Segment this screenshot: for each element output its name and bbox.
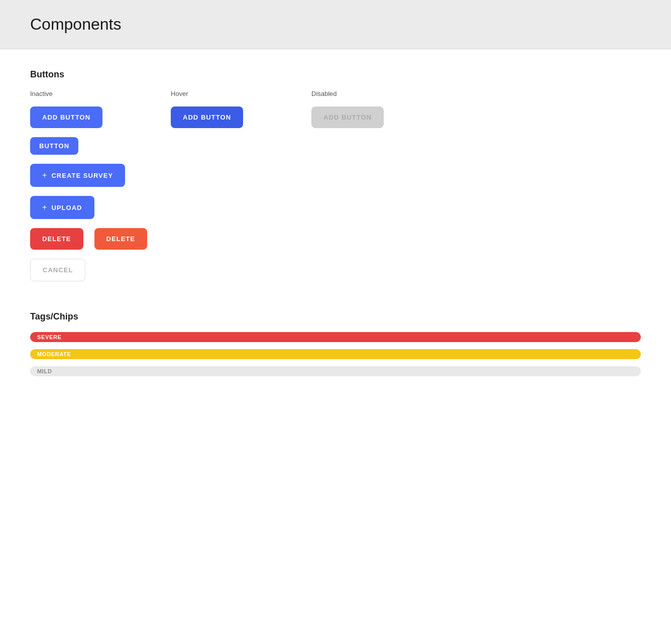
add-button-hover[interactable]: ADD BUTTON — [171, 106, 243, 128]
cancel-button[interactable]: CANCEL — [30, 259, 85, 281]
buttons-section-title: Buttons — [30, 69, 641, 80]
column-label-disabled: Disabled — [311, 90, 452, 97]
button-small[interactable]: BUTTON — [30, 137, 78, 155]
create-survey-button[interactable]: +CREATE SURVEY — [30, 164, 125, 187]
chip-severe: SEVERE — [30, 332, 641, 342]
page-title: Components — [30, 15, 641, 34]
chip-mild: MILD — [30, 366, 641, 376]
chips-list: SEVERE MODERATE MILD — [30, 332, 641, 376]
upload-button[interactable]: +UPLOAD — [30, 196, 94, 219]
add-button-inactive[interactable]: ADD BUTTON — [30, 106, 102, 128]
plus-icon: + — [42, 171, 47, 180]
column-label-inactive: Inactive — [30, 90, 171, 97]
buttons-section: Buttons Inactive Hover Disabled ADD BUTT… — [30, 69, 641, 281]
column-disabled: Disabled — [311, 90, 452, 106]
page-header: Components — [0, 0, 671, 49]
chip-moderate: MODERATE — [30, 349, 641, 359]
tags-section-title: Tags/Chips — [30, 311, 641, 322]
delete-button-hover[interactable]: DELETE — [94, 228, 148, 250]
tags-section: Tags/Chips SEVERE MODERATE MILD — [30, 311, 641, 376]
page-content: Buttons Inactive Hover Disabled ADD BUTT… — [0, 49, 671, 426]
column-hover: Hover — [171, 90, 311, 106]
upload-label: UPLOAD — [51, 204, 82, 211]
plus-icon-upload: + — [42, 203, 47, 212]
button-columns: Inactive Hover Disabled — [30, 90, 641, 106]
create-survey-label: CREATE SURVEY — [51, 172, 113, 179]
delete-button-inactive[interactable]: DELETE — [30, 228, 83, 250]
column-inactive: Inactive — [30, 90, 171, 106]
column-label-hover: Hover — [171, 90, 311, 97]
add-button-disabled: ADD BUTTON — [311, 106, 384, 128]
